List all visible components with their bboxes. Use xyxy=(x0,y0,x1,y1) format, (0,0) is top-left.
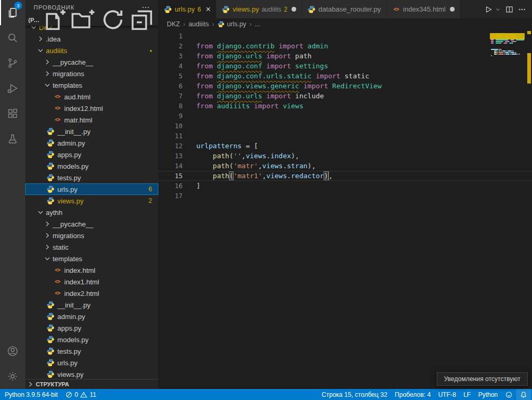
code-line[interactable]: 10 xyxy=(158,121,532,131)
tree-item[interactable]: <>index.html xyxy=(25,264,158,276)
tab-database_roouter.py[interactable]: database_roouter.py xyxy=(302,0,386,18)
activitybar-run-debug[interactable] xyxy=(0,76,25,101)
code-line[interactable]: 7from django.urls import include xyxy=(158,91,532,101)
new-file-button[interactable] xyxy=(41,6,68,33)
breadcrumb-item[interactable]: DKZ xyxy=(167,20,180,28)
code-token: from xyxy=(196,82,213,90)
tree-item[interactable]: .idea xyxy=(25,33,158,45)
activitybar-source-control[interactable] xyxy=(0,50,25,76)
minimap[interactable] xyxy=(490,32,525,58)
code-line[interactable]: 9 xyxy=(158,111,532,121)
statusbar-feedback[interactable] xyxy=(501,389,516,400)
activitybar-explorer[interactable]: 3 xyxy=(0,0,25,25)
statusbar-notifications-bell[interactable] xyxy=(516,389,531,400)
outline-label: СТРУКТУРА xyxy=(36,381,69,387)
dirty-indicator xyxy=(292,7,296,12)
code-line[interactable]: 11 xyxy=(158,131,532,141)
tree-item[interactable]: urls.py xyxy=(25,357,158,368)
code-line[interactable]: 6from django.views.generic import Redire… xyxy=(158,81,532,91)
tree-item[interactable]: views.py xyxy=(25,368,158,379)
code-token: = [ xyxy=(242,142,258,150)
code-line[interactable]: 4from django.conf import settings xyxy=(158,61,532,71)
code-line[interactable]: 8from audiiits import views xyxy=(158,101,532,111)
line-content: from django.views.generic import Redirec… xyxy=(183,81,382,91)
tree-item[interactable]: __pycache__ xyxy=(25,56,158,68)
tree-item[interactable]: <>aud.html xyxy=(25,91,158,102)
tab-views.py[interactable]: views.pyaudiiits2 xyxy=(216,0,302,18)
tree-item[interactable]: __init__.py xyxy=(25,126,158,137)
outline-section-header[interactable]: СТРУКТУРА xyxy=(25,379,158,389)
status-bar: Python 3.9.5 64-bit011 Строка 15, столбе… xyxy=(0,389,532,400)
tree-item[interactable]: <>index2.html xyxy=(25,288,158,299)
activitybar-search[interactable] xyxy=(0,25,25,50)
run-python-file-button[interactable] xyxy=(483,3,494,16)
tree-item[interactable]: migrations xyxy=(25,68,158,79)
run-dropdown-button[interactable] xyxy=(495,3,503,16)
line-content: path('matr',views.stran), xyxy=(183,161,316,171)
breadcrumb-item[interactable]: urls.py xyxy=(217,20,246,28)
collapse-all-button[interactable] xyxy=(128,6,155,33)
statusbar-encoding[interactable]: UTF-8 xyxy=(435,389,460,400)
breadcrumb-item[interactable]: audiiits xyxy=(188,20,209,28)
tree-item[interactable]: models.py xyxy=(25,334,158,345)
minimap-token xyxy=(505,41,509,42)
close-icon[interactable]: × xyxy=(206,5,210,14)
tree-item[interactable]: __pycache__ xyxy=(25,218,158,230)
tree-item[interactable]: admin.py xyxy=(25,311,158,322)
code-line[interactable]: 2from django.contrib import admin xyxy=(158,41,532,51)
tree-item[interactable]: templates xyxy=(25,79,158,91)
statusbar-eol[interactable]: LF xyxy=(460,389,475,400)
statusbar-indentation[interactable]: Пробелов: 4 xyxy=(391,389,435,400)
activitybar-testing[interactable] xyxy=(0,126,25,151)
refresh-button[interactable] xyxy=(99,6,126,33)
code-line[interactable]: 17 xyxy=(158,191,532,201)
split-editor-button[interactable] xyxy=(504,3,515,16)
code-line[interactable]: 15 path('matr1',views.redactor), xyxy=(158,171,532,181)
py-icon xyxy=(46,139,55,147)
activitybar-extensions[interactable] xyxy=(0,101,25,126)
code-line[interactable]: 5from django.conf.urls.static import sta… xyxy=(158,71,532,81)
tree-item[interactable]: models.py xyxy=(25,160,158,172)
code-line[interactable]: 14 path('matr',views.stran), xyxy=(158,161,532,171)
chevron-down-icon xyxy=(26,16,28,24)
tree-item[interactable]: aythh xyxy=(25,207,158,218)
statusbar-problems[interactable]: 011 xyxy=(62,389,100,400)
statusbar-python-interpreter[interactable]: Python 3.9.5 64-bit xyxy=(1,389,62,400)
code-line[interactable]: 3from django.urls import path xyxy=(158,51,532,61)
tree-item[interactable]: <>matr.html xyxy=(25,114,158,126)
tree-item[interactable]: templates xyxy=(25,253,158,264)
code-token xyxy=(312,72,316,80)
tree-item[interactable]: tests.py xyxy=(25,172,158,183)
breadcrumb-item[interactable]: ... xyxy=(255,20,260,28)
tree-item[interactable]: audiiits● xyxy=(25,45,158,56)
code-line[interactable]: 12urlpatterns = [ xyxy=(158,141,532,151)
activitybar-settings[interactable] xyxy=(0,364,25,389)
tab-urls.py[interactable]: urls.py6× xyxy=(158,0,216,18)
tree-item[interactable]: __init__.py xyxy=(25,299,158,311)
notification-toast[interactable]: Уведомления отсутствуют xyxy=(437,372,528,386)
tree-item[interactable]: apps.py xyxy=(25,149,158,160)
workspace-section-header[interactable]: (РАБОЧАЯ ОБЛАСТЬ) ... xyxy=(25,14,158,26)
code-editor[interactable]: 12from django.contrib import admin3from … xyxy=(158,30,532,389)
tab-index345.html[interactable]: <>index345.html xyxy=(387,0,460,18)
code-line[interactable]: 1 xyxy=(158,31,532,41)
tree-item[interactable]: <>index12.html xyxy=(25,102,158,114)
tree-item[interactable]: admin.py xyxy=(25,137,158,149)
tree-item[interactable]: urls.py6 xyxy=(25,183,158,195)
code-line[interactable]: 16] xyxy=(158,181,532,191)
more-actions-button[interactable] xyxy=(516,3,528,16)
activitybar-accounts[interactable] xyxy=(0,339,25,364)
breadcrumb: DKZ›audiiits›urls.py›... xyxy=(158,18,532,30)
chevron-right-icon xyxy=(26,380,35,388)
tree-item[interactable]: static xyxy=(25,241,158,253)
tree-item[interactable]: <>index1.html xyxy=(25,276,158,288)
overview-ruler[interactable] xyxy=(526,30,532,389)
tree-item[interactable]: tests.py xyxy=(25,345,158,357)
tree-item[interactable]: migrations xyxy=(25,230,158,241)
tree-item[interactable]: views.py2 xyxy=(25,195,158,207)
statusbar-language-mode[interactable]: Python xyxy=(475,389,501,400)
statusbar-cursor-position[interactable]: Строка 15, столбец 32 xyxy=(318,389,391,400)
code-line[interactable]: 13 path('',views.index), xyxy=(158,151,532,161)
tree-item[interactable]: apps.py xyxy=(25,322,158,334)
new-folder-button[interactable] xyxy=(70,6,97,33)
